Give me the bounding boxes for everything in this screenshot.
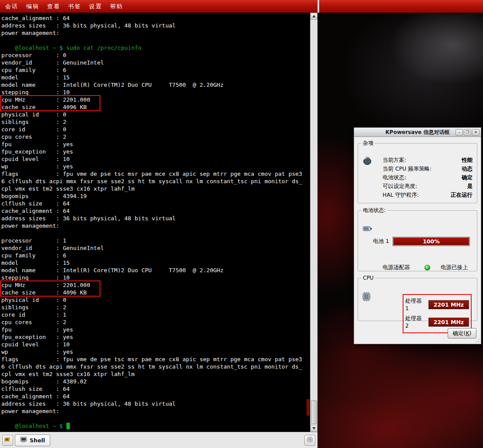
cpu-label: 处理器 2 <box>405 315 426 329</box>
shell-icon <box>20 437 27 444</box>
misc-label: 当前方案: <box>383 157 406 164</box>
terminal-line: @localhost ~ $ <box>1 422 310 430</box>
terminal-cursor <box>66 423 70 429</box>
arrow-down-icon <box>312 427 316 430</box>
menu-view[interactable]: 查看 <box>43 1 64 12</box>
misc-row-cpu-policy: 当前 CPU 频率策略: 动态 <box>383 164 473 173</box>
adapter-row: 电源适配器 电源已接上 <box>383 264 470 271</box>
group-cpu-legend: CPU <box>362 275 375 281</box>
misc-row-scheme: 当前方案: 性能 <box>383 156 473 164</box>
menu-edit[interactable]: 编辑 <box>22 1 43 12</box>
misc-value: 动态 <box>462 165 473 173</box>
terminal-line <box>1 229 310 237</box>
terminal-line: address sizes : 36 bits physical, 48 bit… <box>1 22 310 29</box>
cpu-annotation-box: 处理器 1 2201 MHz 处理器 2 2201 MHz <box>403 294 472 333</box>
terminal-line: wp : yes <box>1 348 310 356</box>
misc-label: 电池状态: <box>383 174 406 181</box>
terminal-line: cpu MHz : 2201.000 <box>1 96 310 103</box>
terminal-segment: $ <box>59 44 63 51</box>
cpu-label: 处理器 1 <box>405 298 426 311</box>
maximize-button[interactable]: ❐ <box>464 129 471 136</box>
cpu-frequency-value: 2201 MHz <box>434 319 464 325</box>
group-battery: 电池状态: 电池 1 100% 电源适配器 电源已接上 <box>358 207 477 271</box>
ok-button[interactable]: 确定(K) <box>448 328 476 339</box>
power-led-icon <box>424 265 430 270</box>
menu-bar: 会话 编辑 查看 书签 设置 帮助 <box>0 0 317 13</box>
terminal-segment: $ <box>59 423 66 429</box>
window-buttons: – ❐ ✕ <box>455 129 481 136</box>
scroll-up-button[interactable] <box>310 13 317 20</box>
cpu-icon <box>362 291 373 304</box>
terminal-line: fpu : yes <box>1 140 310 148</box>
terminal-line <box>1 37 310 44</box>
dialog-titlebar[interactable]: KPowersave 信息对话框 – ❐ ✕ <box>354 127 481 137</box>
new-session-button[interactable] <box>2 435 13 446</box>
detach-session-icon <box>307 436 313 445</box>
misc-value: 性能 <box>462 157 473 164</box>
terminal-line: flags : fpu vme de pse tsc msr pae mce c… <box>1 170 310 178</box>
terminal-line: processor : 1 <box>1 237 310 244</box>
misc-value: 是 <box>467 183 473 190</box>
terminal-line: model : 15 <box>1 74 310 81</box>
terminal-line <box>1 415 310 422</box>
menu-help[interactable]: 帮助 <box>106 1 127 12</box>
terminal-scrollbar[interactable] <box>310 13 317 432</box>
menu-bookmarks[interactable]: 书签 <box>64 1 85 12</box>
battery-row: 电池 1 100% <box>373 237 470 246</box>
terminal-line: cache_alignment : 64 <box>1 393 310 400</box>
scrollbar-thumb[interactable] <box>311 400 317 424</box>
detach-session-button[interactable] <box>304 435 315 446</box>
scroll-down-button[interactable] <box>310 425 317 432</box>
terminal-line: fpu_exception : yes <box>1 333 310 341</box>
battery-icon <box>362 225 373 234</box>
terminal-line: clflush size : 64 <box>1 200 310 207</box>
terminal-output: cache_alignment : 64address sizes : 36 b… <box>0 13 310 432</box>
terminal-line: siblings : 2 <box>1 304 310 311</box>
terminal-line: vendor_id : GenuineIntel <box>1 244 310 252</box>
terminal-line: bogomips : 4394.19 <box>1 192 310 200</box>
terminal-line: clflush size : 64 <box>1 385 310 393</box>
terminal-screen[interactable]: cache_alignment : 64address sizes : 36 b… <box>0 13 317 432</box>
terminal-line: cache size : 4096 KB <box>1 289 310 296</box>
terminal-line: cache size : 4096 KB <box>1 103 310 111</box>
terminal-line: cpl vmx est tm2 ssse3 cx16 xtpr lahf_lm <box>1 185 310 192</box>
terminal-line: power management: <box>1 29 310 37</box>
dialog-body: 杂项 当前方案: 性能 当前 CPU 频率策略: 动态 电池状态: <box>354 137 481 344</box>
cpu-frequency-value: 2201 MHz <box>434 301 464 308</box>
group-misc-legend: 杂项 <box>362 140 375 147</box>
terminal-line: model : 15 <box>1 259 310 267</box>
suspend-icon <box>362 156 373 167</box>
misc-value: 正在运行 <box>451 192 473 199</box>
menu-session[interactable]: 会话 <box>1 1 22 12</box>
arrow-up-icon <box>312 15 316 17</box>
cpu-row-1: 处理器 1 2201 MHz <box>405 298 469 311</box>
terminal-line: 6 clflush dts acpi mmx fxsr sse sse2 ss … <box>1 363 310 370</box>
ok-label: 确定( <box>453 330 466 336</box>
close-button[interactable]: ✕ <box>472 129 480 136</box>
tab-shell[interactable]: Shell <box>15 434 50 446</box>
minimize-button[interactable]: – <box>455 129 463 136</box>
misc-label: HAL 守护程序: <box>383 192 419 199</box>
terminal-line: cpu cores : 2 <box>1 318 310 326</box>
cpu-row-2: 处理器 2 2201 MHz <box>405 315 469 329</box>
terminal-line: cpuid level : 10 <box>1 341 310 348</box>
cpu-frequency-bar: 2201 MHz <box>428 300 469 309</box>
terminal-line: core id : 0 <box>1 126 310 133</box>
terminal-line: cache_alignment : 64 <box>1 207 310 215</box>
misc-rows: 当前方案: 性能 当前 CPU 频率策略: 动态 电池状态: 确定 可以设定亮度… <box>383 156 473 199</box>
terminal-line: physical id : 0 <box>1 111 310 118</box>
titlebar-extension <box>319 0 483 13</box>
terminal-line: model name : Intel(R) Core(TM)2 Duo CPU … <box>1 81 310 89</box>
group-battery-legend: 电池状态: <box>362 207 387 214</box>
terminal-artifact <box>307 399 310 416</box>
new-session-icon <box>4 436 11 445</box>
battery-label: 电池 1 <box>373 238 389 245</box>
terminal-line: stepping : 10 <box>1 274 310 281</box>
terminal-line: bogomips : 4389.02 <box>1 378 310 385</box>
terminal-line: wp : yes <box>1 163 310 170</box>
terminal-line: physical id : 0 <box>1 296 310 304</box>
menu-settings[interactable]: 设置 <box>85 1 106 12</box>
terminal-line: stepping : 10 <box>1 89 310 96</box>
terminal-line: flags : fpu vme de pse tsc msr pae mce c… <box>1 356 310 363</box>
terminal-line: cpu MHz : 2201.000 <box>1 281 310 289</box>
